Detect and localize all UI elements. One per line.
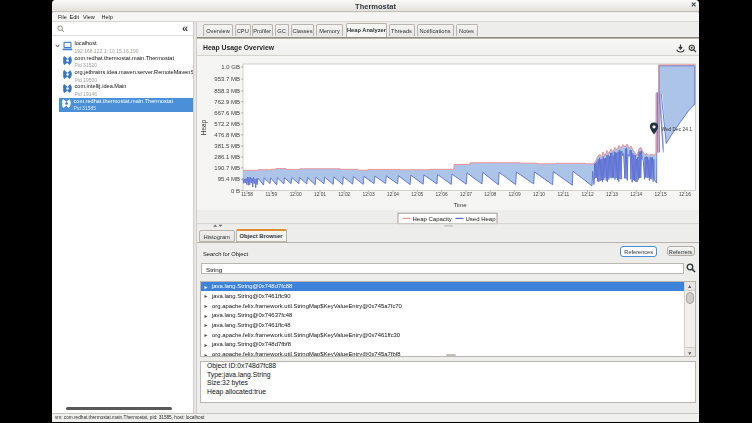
svg-text:12:08: 12:08 bbox=[484, 192, 496, 197]
svg-text:12:01: 12:01 bbox=[314, 192, 326, 197]
svg-text:12:07: 12:07 bbox=[460, 192, 472, 197]
svg-text:762.9 MB: 762.9 MB bbox=[214, 99, 240, 105]
svg-text:95.4 MB: 95.4 MB bbox=[218, 176, 240, 182]
svg-text:476.8 MB: 476.8 MB bbox=[214, 132, 240, 138]
svg-text:Heap Capacity: Heap Capacity bbox=[413, 216, 452, 222]
svg-text:667.6 MB: 667.6 MB bbox=[214, 110, 240, 116]
svg-text:Wed Dec 24 1: Wed Dec 24 1 bbox=[662, 127, 693, 132]
svg-text:12:04: 12:04 bbox=[387, 192, 399, 197]
svg-text:12:09: 12:09 bbox=[509, 192, 521, 197]
svg-text:286.1 MB: 286.1 MB bbox=[214, 154, 240, 160]
svg-text:11:58: 11:58 bbox=[241, 192, 253, 197]
svg-text:12:16: 12:16 bbox=[679, 192, 691, 197]
svg-text:0 B: 0 B bbox=[231, 188, 240, 194]
svg-text:12:13: 12:13 bbox=[606, 192, 618, 197]
svg-text:Used Heap: Used Heap bbox=[466, 216, 497, 222]
svg-text:12:05: 12:05 bbox=[411, 192, 423, 197]
svg-text:572.2 MB: 572.2 MB bbox=[214, 121, 240, 127]
svg-text:12:15: 12:15 bbox=[655, 192, 667, 197]
svg-text:12:10: 12:10 bbox=[533, 192, 545, 197]
svg-text:11:59: 11:59 bbox=[265, 192, 277, 197]
svg-text:1.0 GB: 1.0 GB bbox=[221, 64, 240, 70]
svg-text:12:02: 12:02 bbox=[338, 192, 350, 197]
svg-text:12:14: 12:14 bbox=[630, 192, 642, 197]
svg-text:12:06: 12:06 bbox=[436, 192, 448, 197]
svg-text:12:03: 12:03 bbox=[363, 192, 375, 197]
svg-text:381.5 MB: 381.5 MB bbox=[214, 143, 240, 149]
svg-text:12:00: 12:00 bbox=[290, 192, 302, 197]
svg-text:12:12: 12:12 bbox=[582, 192, 594, 197]
svg-text:Heap: Heap bbox=[200, 119, 208, 135]
svg-text:Time: Time bbox=[453, 202, 467, 208]
svg-text:858.3 MB: 858.3 MB bbox=[214, 88, 240, 94]
svg-text:12:11: 12:11 bbox=[557, 192, 569, 197]
svg-text:190.7 MB: 190.7 MB bbox=[214, 165, 240, 171]
svg-text:953.7 MB: 953.7 MB bbox=[214, 76, 240, 82]
